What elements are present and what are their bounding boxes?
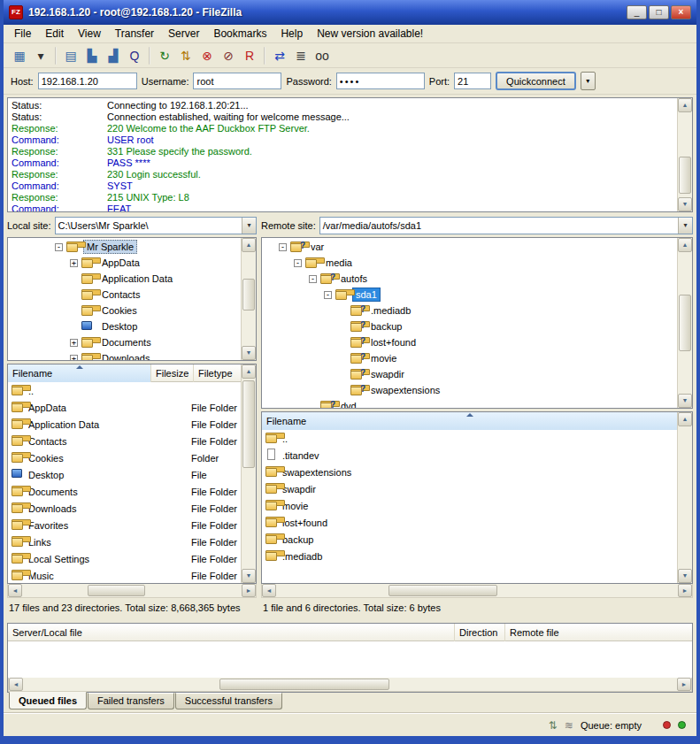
tree-expander-icon[interactable]: - [279, 243, 287, 251]
menu-new-version[interactable]: New version available! [310, 25, 430, 42]
.mediadb[interactable]: ? .mediadb [262, 548, 677, 564]
tree-item-label[interactable]: Mr Sparkle [83, 240, 137, 254]
menu-file[interactable]: File [7, 25, 38, 42]
remote-tree-item[interactable]: ? movie [262, 350, 677, 366]
tree-item-label[interactable]: AppData [98, 256, 143, 270]
scroll-thumb[interactable] [388, 585, 497, 596]
combo-dropdown-icon[interactable]: ▾ [242, 218, 256, 234]
process-queue-button[interactable]: ⇅ [175, 46, 196, 65]
cancel-button[interactable]: ⊗ [196, 46, 218, 65]
backup[interactable]: ? backup [262, 531, 677, 548]
Desktop[interactable]: ? Desktop File [8, 466, 241, 483]
scroll-down-button[interactable]: ▼ [678, 394, 692, 408]
scroll-track[interactable] [678, 252, 692, 394]
tab-queued-files[interactable]: Queued files [9, 692, 87, 709]
tree-item-label[interactable]: Contacts [98, 288, 143, 302]
tree-item-label[interactable]: dvd [337, 399, 360, 408]
scroll-track[interactable] [678, 112, 692, 197]
remote-tree-item[interactable]: - ? var [262, 239, 677, 255]
toggle-local-tree-button[interactable]: ▙ [81, 46, 103, 65]
scroll-up-button[interactable]: ▲ [678, 412, 692, 426]
local-tree-item[interactable]: ? Cookies [8, 303, 241, 318]
Links[interactable]: ? Links File Folder [8, 533, 241, 550]
local-list-scrollbar[interactable]: ▲ ▼ [241, 364, 256, 583]
scroll-down-button[interactable]: ▼ [678, 197, 692, 211]
close-button[interactable]: × [671, 5, 691, 19]
scroll-right-button[interactable]: ► [678, 584, 692, 597]
local-tree-item[interactable]: - ? Mr Sparkle [8, 239, 241, 255]
scroll-left-button[interactable]: ◄ [9, 678, 23, 691]
scroll-left-button[interactable]: ◄ [262, 584, 276, 597]
combo-dropdown-icon[interactable]: ▾ [678, 218, 692, 234]
remote-site-combo[interactable]: /var/media/autofs/sda1 ▾ [319, 217, 693, 234]
remote-tree-item[interactable]: ? lost+found [262, 334, 677, 350]
scroll-down-button[interactable]: ▼ [678, 569, 692, 583]
swapdir[interactable]: ? swapdir [262, 480, 677, 497]
tree-item-label[interactable]: swapdir [367, 367, 408, 381]
scroll-track[interactable] [276, 584, 678, 597]
tree-expander-icon[interactable]: + [70, 259, 78, 267]
remote-tree-item[interactable]: - ? sda1 [262, 287, 677, 303]
scroll-up-button[interactable]: ▲ [678, 238, 692, 252]
menu-view[interactable]: View [71, 25, 108, 42]
tree-item-label[interactable]: lost+found [367, 335, 419, 349]
tree-item-label[interactable]: Documents [98, 335, 155, 349]
menu-transfer[interactable]: Transfer [108, 25, 161, 42]
quickconnect-button[interactable]: Quickconnect [496, 72, 576, 90]
scroll-right-button[interactable]: ► [677, 678, 691, 691]
toolbar-separator[interactable] [55, 47, 57, 65]
titlebar[interactable]: FZ 192.168.1.20 - root@192.168.1.20 - Fi… [4, 0, 696, 25]
tree-item-label[interactable]: Cookies [98, 303, 141, 318]
scroll-thumb[interactable] [679, 157, 691, 194]
username-input[interactable] [193, 73, 281, 89]
Favorites[interactable]: ? Favorites File Folder [8, 517, 241, 533]
local-list-hscrollbar[interactable]: ◄ ► [7, 584, 257, 598]
Music[interactable]: ? Music File Folder [8, 567, 241, 583]
tree-item-label[interactable]: Application Data [98, 272, 176, 286]
tab-failed-transfers[interactable]: Failed transfers [88, 693, 174, 709]
.titandev[interactable]: ? .titandev [262, 447, 677, 464]
remote-list-scrollbar[interactable]: ▲ ▼ [677, 412, 692, 583]
minimize-button[interactable]: _ [627, 5, 647, 19]
tree-item-label[interactable]: .mediadb [367, 303, 414, 318]
column-header-direction[interactable]: Direction [455, 624, 505, 641]
toolbar-separator[interactable] [264, 47, 265, 65]
scroll-track[interactable] [242, 379, 256, 569]
Local Settings[interactable]: ? Local Settings File Folder [8, 550, 241, 567]
local-tree-scrollbar[interactable]: ▲ ▼ [241, 238, 256, 360]
remote-tree-item[interactable]: ? backup [262, 318, 677, 334]
menu-bookmarks[interactable]: Bookmarks [206, 25, 273, 42]
Documents[interactable]: ? Documents File Folder [8, 483, 241, 500]
local-tree-item[interactable]: ? Application Data [8, 271, 241, 287]
scroll-up-button[interactable]: ▲ [242, 364, 256, 379]
tree-expander-icon[interactable]: + [70, 355, 78, 361]
tree-expander-icon[interactable]: - [324, 291, 332, 299]
quickconnect-dropdown[interactable]: ▾ [581, 72, 596, 90]
column-header-filetype[interactable]: Filetype [194, 364, 241, 382]
scroll-up-button[interactable]: ▲ [678, 98, 692, 112]
local-tree-item[interactable]: + ? Documents [8, 334, 241, 350]
host-input[interactable] [38, 73, 137, 89]
toggle-queue-button[interactable]: Q [124, 46, 145, 65]
Contacts[interactable]: ? Contacts File Folder [8, 433, 241, 449]
local-tree-item[interactable]: + ? AppData [8, 255, 241, 271]
scroll-track[interactable] [23, 678, 677, 691]
column-header-filename[interactable]: Filename [262, 412, 677, 430]
remote-tree-item[interactable]: ? .mediadb [262, 303, 677, 318]
find-files-button[interactable]: oo [312, 46, 333, 65]
column-header-filename[interactable]: Filename [8, 364, 151, 382]
scroll-track[interactable] [22, 584, 242, 597]
remote-list-hscrollbar[interactable]: ◄ ► [261, 584, 693, 598]
scroll-up-button[interactable]: ▲ [242, 238, 256, 252]
scroll-track[interactable] [678, 426, 692, 569]
scroll-thumb[interactable] [88, 585, 144, 596]
directory-comparison-button[interactable]: ⇄ [269, 46, 290, 65]
port-input[interactable] [454, 73, 491, 89]
scroll-down-button[interactable]: ▼ [242, 569, 256, 583]
swapextensions[interactable]: ? swapextensions [262, 464, 677, 480]
column-header-remote-file[interactable]: Remote file [505, 624, 692, 641]
toolbar-separator[interactable] [149, 47, 150, 65]
..[interactable]: ? .. [262, 430, 677, 447]
scroll-thumb[interactable] [242, 279, 255, 311]
remote-tree-item[interactable]: ? swapdir [262, 366, 677, 382]
